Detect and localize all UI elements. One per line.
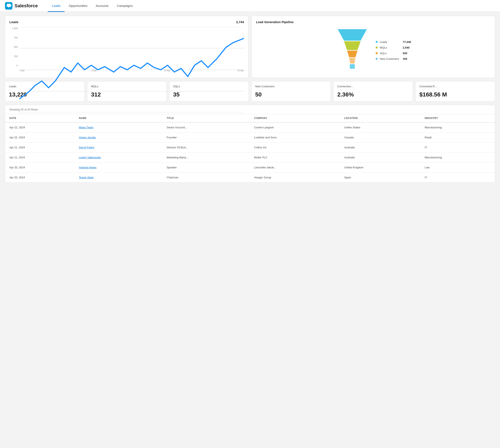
pipeline-card: Lead Generation Pipeline bbox=[252, 16, 495, 78]
cell-title: Senior Account... bbox=[162, 122, 250, 132]
pipeline-content: Leads 77,446 MQLs 2,540 SQLs 520 bbox=[256, 27, 491, 74]
metric-converted-r-value: $168.56 M bbox=[419, 91, 491, 98]
cell-location: Canada bbox=[340, 132, 421, 143]
cell-title: Founder bbox=[162, 132, 250, 143]
metric-conversion-label: Conversion... bbox=[337, 85, 409, 88]
metric-conversion-value: 2.36% bbox=[337, 91, 409, 98]
leads-chart-card: Leads 2,744 1,000 750 500 250 0 bbox=[5, 16, 248, 78]
leads-chart-area: 1,000 750 500 250 0 1 Apr bbox=[9, 27, 244, 73]
cell-date: Apr 20, 2024 bbox=[5, 162, 75, 173]
svg-marker-8 bbox=[349, 58, 355, 64]
cell-date: Apr 21, 2024 bbox=[5, 143, 75, 153]
table-row: Apr 21, 2024 Darryl Farley Director Of B… bbox=[5, 143, 495, 153]
cell-industry: Retail bbox=[421, 132, 495, 143]
cell-industry: IT bbox=[421, 143, 495, 153]
cell-title: Chairman bbox=[162, 173, 250, 183]
cell-name[interactable]: Lesley Valenzuela bbox=[75, 153, 162, 162]
cell-industry: Law bbox=[421, 162, 495, 173]
metric-conversion: Conversion... 2.36% bbox=[333, 81, 413, 101]
legend-label-mqls: MQLs bbox=[380, 46, 401, 49]
cell-company: Muller PLC bbox=[250, 153, 340, 162]
cell-name[interactable]: Darryl Farley bbox=[75, 143, 162, 153]
salesforce-logo-icon bbox=[5, 2, 13, 10]
data-table-card: Showing 25 of 25 Rows DATE NAME TITLE CO… bbox=[5, 105, 495, 183]
y-label-0: 0 bbox=[16, 64, 18, 67]
y-label-1000: 1,000 bbox=[12, 27, 18, 30]
main-content: Leads 2,744 1,000 750 500 250 0 bbox=[0, 12, 500, 187]
pipeline-title: Lead Generation Pipeline bbox=[256, 20, 294, 24]
legend-label-leads: Leads bbox=[380, 40, 401, 44]
legend-num-sqls: 520 bbox=[403, 52, 407, 55]
data-table: DATE NAME TITLE COMPANY LOCATION INDUSTR… bbox=[5, 114, 495, 182]
col-location: LOCATION bbox=[340, 114, 421, 122]
charts-row: Leads 2,744 1,000 750 500 250 0 bbox=[5, 16, 495, 78]
logo-area: Salesforce bbox=[5, 2, 38, 10]
cell-location: Unites States bbox=[340, 122, 421, 132]
cell-name[interactable]: Aimee Jacobs bbox=[75, 132, 162, 143]
cell-company: Hoeger Group bbox=[250, 173, 340, 183]
col-title: TITLE bbox=[162, 114, 250, 122]
x-axis: 1 Apr 8 Apr 15 Apr 22 Apr bbox=[19, 68, 244, 73]
cell-date: Apr 21, 2024 bbox=[5, 153, 75, 162]
cell-date: Apr 22, 2024 bbox=[5, 122, 75, 132]
table-head: DATE NAME TITLE COMPANY LOCATION INDUSTR… bbox=[5, 114, 495, 122]
cell-location: Australia bbox=[340, 143, 421, 153]
table-row: Apr 22, 2024 Aimee Jacobs Founder Lueilw… bbox=[5, 132, 495, 143]
legend-mqls: MQLs 2,540 bbox=[376, 46, 411, 49]
cell-company: Corwin-Langosh bbox=[250, 122, 340, 132]
logo-text: Salesforce bbox=[15, 3, 38, 9]
legend-dot-leads bbox=[376, 41, 378, 43]
leads-chart-title: Leads bbox=[9, 20, 18, 24]
y-axis: 1,000 750 500 250 0 bbox=[9, 27, 19, 67]
header: Salesforce Leads Opportunities Accounts … bbox=[0, 0, 500, 12]
col-name: NAME bbox=[75, 114, 162, 122]
nav-item-leads[interactable]: Leads bbox=[48, 0, 64, 12]
col-industry: INDUSTRY bbox=[421, 114, 495, 122]
cell-company: Leuschke-Jakub... bbox=[250, 162, 340, 173]
x-label-22apr: 22 Apr bbox=[237, 69, 244, 72]
nav-item-campaigns[interactable]: Campaigns bbox=[113, 0, 137, 12]
svg-rect-9 bbox=[350, 64, 355, 69]
y-label-250: 250 bbox=[14, 55, 18, 58]
svg-marker-6 bbox=[344, 41, 361, 50]
cell-company: Lueilwitz and Sons bbox=[250, 132, 340, 143]
cell-company: Collins Inc bbox=[250, 143, 340, 153]
table-row: Apr 20, 2024 Tessie Stark Chairman Hoege… bbox=[5, 173, 495, 183]
legend-label-new-customers: New Customers bbox=[380, 57, 401, 60]
legend-leads: Leads 77,446 bbox=[376, 40, 411, 44]
metric-new-customers: New Customers 50 bbox=[251, 81, 331, 101]
main-nav: Leads Opportunities Accounts Campaigns bbox=[48, 0, 137, 12]
cell-name[interactable]: Maria Twain bbox=[75, 122, 162, 132]
table-row: Apr 22, 2024 Maria Twain Senior Account.… bbox=[5, 122, 495, 132]
legend-dot-new-customers bbox=[376, 58, 378, 60]
cell-name[interactable]: Antonia Hayes bbox=[75, 162, 162, 173]
col-date: DATE bbox=[5, 114, 75, 122]
pipeline-legend: Leads 77,446 MQLs 2,540 SQLs 520 bbox=[376, 40, 411, 60]
x-label-1apr: 1 Apr bbox=[19, 69, 25, 72]
legend-sqls: SQLs 520 bbox=[376, 52, 411, 55]
table-body: Apr 22, 2024 Maria Twain Senior Account.… bbox=[5, 122, 495, 182]
legend-new-customers: New Customers 155 bbox=[376, 57, 411, 60]
legend-num-new-customers: 155 bbox=[403, 57, 407, 60]
funnel-container bbox=[336, 27, 369, 74]
table-row: Apr 20, 2024 Antonia Hayes Speaker Leusc… bbox=[5, 162, 495, 173]
cell-name[interactable]: Tessie Stark bbox=[75, 173, 162, 183]
leads-chart-value: 2,744 bbox=[236, 20, 244, 24]
cell-title: Speaker bbox=[162, 162, 250, 173]
x-label-8apr: 8 Apr bbox=[92, 69, 97, 72]
cell-date: Apr 22, 2024 bbox=[5, 132, 75, 143]
cell-title: Marketing Mana... bbox=[162, 153, 250, 162]
y-label-500: 500 bbox=[14, 46, 18, 48]
legend-num-leads: 77,446 bbox=[403, 40, 411, 44]
metric-converted-r: Converted R... $168.56 M bbox=[415, 81, 495, 101]
cell-industry: IT bbox=[421, 173, 495, 183]
y-label-750: 750 bbox=[14, 36, 18, 39]
nav-item-accounts[interactable]: Accounts bbox=[92, 0, 113, 12]
metric-new-customers-value: 50 bbox=[255, 91, 327, 98]
cell-date: Apr 20, 2024 bbox=[5, 173, 75, 183]
nav-item-opportunities[interactable]: Opportunities bbox=[64, 0, 92, 12]
cell-industry: Manufactoring bbox=[421, 153, 495, 162]
cell-industry: Manufactoring bbox=[421, 122, 495, 132]
table-header-row: DATE NAME TITLE COMPANY LOCATION INDUSTR… bbox=[5, 114, 495, 122]
legend-dot-mqls bbox=[376, 47, 378, 48]
